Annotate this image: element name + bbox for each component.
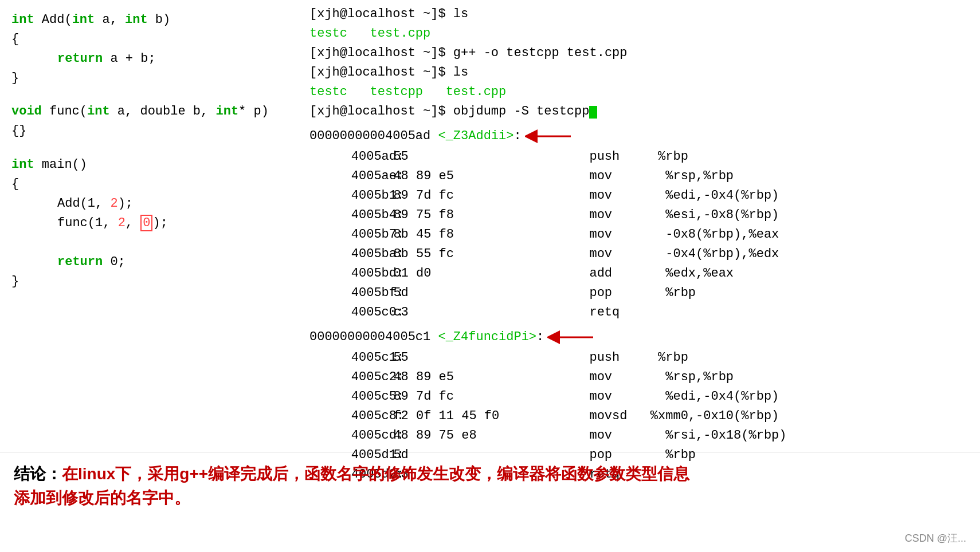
conclusion-line2-text: 添加到修改后的名字中。 — [14, 489, 190, 507]
asm-row-4005ad: 4005ad: 55 push %rbp — [309, 147, 969, 167]
main-signature: int main() — [11, 155, 287, 175]
num-2-add: 2 — [110, 196, 117, 211]
kw-return-1: return — [57, 52, 103, 66]
asm-name-func: <_Z4funcidPi> — [438, 328, 536, 347]
asm-row-4005ba: 4005ba: 8b 55 fc mov -0x4(%rbp),%edx — [309, 245, 969, 264]
kw-return-2: return — [57, 255, 103, 269]
add-return: return a + b; — [11, 49, 287, 69]
kw-int-2: int — [72, 13, 95, 27]
red-arrow-func — [547, 329, 593, 345]
asm-section-add: 00000000004005ad <_Z3Addii> : 4005ad: 55 — [309, 127, 969, 323]
func-call: func(1, 2, 0); — [11, 214, 287, 233]
asm-addr-func: 00000000004005c1 — [309, 328, 438, 347]
kw-int-6: int — [11, 157, 34, 172]
main-return: return 0; — [11, 253, 287, 272]
terminal-line-5: testc testcpp test.cpp — [309, 82, 969, 102]
conclusion-prefix: 结论： — [14, 465, 62, 483]
asm-header-func: 00000000004005c1 <_Z4funcidPi> : — [309, 328, 969, 347]
asm-header-add: 00000000004005ad <_Z3Addii> : — [309, 127, 969, 146]
kw-int-4: int — [87, 104, 110, 119]
main-close-brace: } — [11, 272, 287, 291]
blank-line — [11, 233, 287, 253]
asm-row-4005bd: 4005bd: 01 d0 add %edx,%eax — [309, 264, 969, 283]
code-panel: int Add(int a, int b) { return a + b; } … — [0, 0, 298, 452]
add-func-signature: int Add(int a, int b) — [11, 10, 287, 30]
terminal-panel: [xjh@localhost ~]$ ls testc test.cpp [xj… — [298, 0, 980, 452]
asm-row-4005b4: 4005b4: 89 75 f8 mov %esi,-0x8(%rbp) — [309, 206, 969, 225]
asm-addr-add: 00000000004005ad — [309, 127, 438, 146]
csdn-watermark: CSDN @汪... — [905, 531, 966, 545]
asm-row-4005b7: 4005b7: 8b 45 f8 mov -0x8(%rbp),%eax — [309, 225, 969, 245]
conclusion-highlight: 在linux下，采用g++编译完成后，函数名字的修饰发生改变，编译器将函数参数类… — [62, 465, 689, 483]
void-func-body: {} — [11, 121, 287, 141]
asm-row-4005cd: 4005cd: 48 89 75 e8 mov %rsi,-0x18(%rbp) — [309, 426, 969, 445]
kw-int-5: int — [215, 104, 238, 119]
terminal-output: [xjh@localhost ~]$ ls testc test.cpp [xj… — [309, 5, 969, 122]
main-open-brace: { — [11, 175, 287, 194]
conclusion-line2: 添加到修改后的名字中。 — [14, 486, 966, 510]
main-function-block: int main() { Add(1, 2); func(1, 2, 0); r… — [11, 155, 287, 292]
num-2-func: 2 — [118, 216, 126, 230]
kw-int-1: int — [11, 13, 34, 27]
asm-row-4005c0: 4005c0: c3 retq — [309, 303, 969, 322]
add-function-block: int Add(int a, int b) { return a + b; } — [11, 10, 287, 88]
kw-int-3: int — [125, 13, 148, 27]
asm-colon-func: : — [536, 328, 544, 347]
asm-row-4005b1: 4005b1: 89 7d fc mov %edi,-0x4(%rbp) — [309, 186, 969, 206]
asm-row-4005ae: 4005ae: 48 89 e5 mov %rsp,%rbp — [309, 167, 969, 186]
asm-section-func: 00000000004005c1 <_Z4funcidPi> : 4005c1:… — [309, 328, 969, 485]
num-0-func: 0 — [140, 215, 152, 231]
asm-row-4005c2: 4005c2: 48 89 e5 mov %rsp,%rbp — [309, 368, 969, 387]
asm-row-4005c5: 4005c5: 89 7d fc mov %edi,-0x4(%rbp) — [309, 387, 969, 407]
terminal-line-4: [xjh@localhost ~]$ ls — [309, 63, 969, 82]
add-call: Add(1, 2); — [11, 194, 287, 214]
asm-row-4005c8: 4005c8: f2 0f 11 45 f0 movsd %xmm0,-0x10… — [309, 407, 969, 426]
kw-void: void — [11, 104, 42, 119]
add-close-brace: } — [11, 69, 287, 88]
asm-row-4005bf: 4005bf: 5d pop %rbp — [309, 283, 969, 303]
add-open-brace: { — [11, 30, 287, 49]
terminal-line-3: [xjh@localhost ~]$ g++ -o testcpp test.c… — [309, 44, 969, 63]
asm-row-4005c1: 4005c1: 55 push %rbp — [309, 348, 969, 368]
terminal-line-1: [xjh@localhost ~]$ ls — [309, 5, 969, 24]
asm-name-add: <_Z3Addii> — [438, 127, 513, 146]
terminal-line-2: testc test.cpp — [309, 24, 969, 44]
asm-colon-add: : — [513, 127, 521, 146]
void-function-block: void func(int a, double b, int* p) {} — [11, 102, 287, 141]
terminal-line-6: [xjh@localhost ~]$ objdump -S testcpp — [309, 102, 969, 121]
void-func-signature: void func(int a, double b, int* p) — [11, 102, 287, 121]
terminal-cursor — [589, 106, 597, 119]
red-arrow-add — [525, 128, 571, 144]
